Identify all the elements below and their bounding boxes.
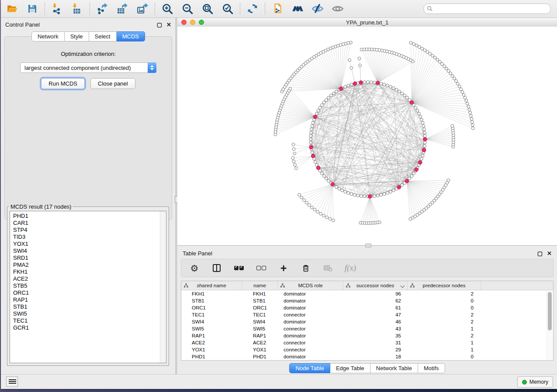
- export-network-icon[interactable]: [96, 3, 108, 15]
- column-header-name[interactable]: name: [242, 281, 278, 290]
- show-all-icon[interactable]: [332, 3, 344, 15]
- float-table-panel-icon[interactable]: ▢: [537, 251, 543, 256]
- list-item[interactable]: TEC1: [13, 317, 166, 324]
- list-item[interactable]: TID3: [13, 234, 166, 241]
- search-input[interactable]: [423, 3, 551, 14]
- network-from-selection-icon[interactable]: [271, 3, 284, 15]
- memory-button[interactable]: Memory: [517, 376, 553, 388]
- list-item[interactable]: STP4: [13, 227, 166, 234]
- table-row[interactable]: ORC1ORC1dominator610: [181, 304, 553, 311]
- window-close-icon[interactable]: [181, 20, 187, 25]
- hide-selected-icon[interactable]: [311, 3, 324, 15]
- network-canvas[interactable]: [177, 27, 557, 245]
- table-cell: 47: [343, 311, 408, 318]
- table-cell: SWI5: [181, 325, 242, 332]
- list-item[interactable]: SRD1: [13, 254, 166, 261]
- tab-edge-table[interactable]: Edge Table: [330, 363, 370, 373]
- window-minimize-icon[interactable]: [190, 20, 195, 25]
- criterion-dropdown-value: largest connected component (undirected): [24, 65, 131, 71]
- table-cell: PHD1: [181, 353, 242, 360]
- table-toolbar: ⚙ + f(x): [181, 259, 554, 277]
- network-graph[interactable]: [177, 27, 557, 244]
- horizontal-splitter-grip[interactable]: [365, 244, 371, 248]
- column-header-predecessor-nodes[interactable]: predecessor nodes: [408, 281, 481, 290]
- network-window-title: YPA_prune.txt_1: [177, 19, 557, 26]
- list-item[interactable]: ORC1: [13, 289, 166, 296]
- float-panel-icon[interactable]: ▢: [157, 22, 162, 28]
- column-header-shared-name[interactable]: shared name: [181, 281, 242, 290]
- tab-network-table[interactable]: Network Table: [370, 363, 418, 373]
- column-header-successor-nodes[interactable]: successor nodes: [343, 281, 408, 290]
- table-cell: 96: [343, 290, 408, 297]
- table-scrollbar[interactable]: [547, 290, 553, 360]
- mcds-result-scrollbar[interactable]: [160, 211, 166, 363]
- task-history-button[interactable]: [6, 376, 18, 387]
- table-cell: RAP1: [181, 332, 242, 339]
- tab-motifs[interactable]: Motifs: [418, 363, 445, 373]
- close-panel-button[interactable]: Close panel: [90, 78, 135, 89]
- save-session-icon[interactable]: [26, 3, 38, 15]
- list-item[interactable]: PMA2: [13, 261, 166, 268]
- list-item[interactable]: SWI5: [13, 310, 166, 317]
- tab-mcds[interactable]: MCDS: [117, 31, 145, 41]
- export-table-icon[interactable]: [116, 3, 128, 15]
- table-row[interactable]: ACE2ACE2connector311: [181, 339, 553, 346]
- zoom-out-icon[interactable]: [181, 3, 194, 15]
- close-panel-icon[interactable]: ✕: [166, 22, 171, 28]
- criterion-dropdown[interactable]: largest connected component (undirected): [20, 62, 156, 73]
- table-cell: 0: [408, 297, 481, 304]
- select-all-icon[interactable]: [234, 263, 244, 273]
- list-item[interactable]: YOX1: [13, 241, 166, 248]
- table-cell: ACE2: [242, 339, 278, 346]
- window-maximize-icon[interactable]: [199, 20, 204, 25]
- table-cell: RAP1: [242, 332, 278, 339]
- table-row[interactable]: FKH1FKH1dominator962: [181, 290, 553, 297]
- import-network-icon[interactable]: [51, 3, 63, 15]
- table-row[interactable]: RAP1RAP1dominator352: [181, 332, 553, 339]
- list-item[interactable]: STB1: [13, 303, 166, 310]
- table-scrollbar-thumb[interactable]: [548, 292, 552, 330]
- first-neighbors-icon[interactable]: [291, 3, 304, 15]
- mcds-result-list[interactable]: PHD1CAR1STP4TID3YOX1SWI4SRD1PMA2FKH1ACE2…: [10, 211, 166, 363]
- refresh-icon[interactable]: [246, 3, 259, 15]
- tab-select[interactable]: Select: [89, 31, 117, 41]
- list-item[interactable]: STB5: [13, 282, 166, 289]
- tab-node-table[interactable]: Node Table: [289, 363, 330, 373]
- add-icon[interactable]: +: [278, 263, 289, 273]
- deselect-all-icon[interactable]: [256, 263, 266, 273]
- network-window-titlebar[interactable]: YPA_prune.txt_1: [177, 18, 557, 27]
- node-table: shared namenameMCDS rolesuccessor nodesp…: [181, 281, 554, 361]
- zoom-selected-icon[interactable]: [221, 3, 234, 15]
- table-cell: dominator: [278, 353, 343, 360]
- list-item[interactable]: ACE2: [13, 275, 166, 282]
- export-image-icon[interactable]: [136, 3, 149, 15]
- show-columns-icon[interactable]: [211, 263, 222, 273]
- table-settings-icon[interactable]: ⚙: [189, 263, 200, 273]
- tab-network[interactable]: Network: [31, 31, 65, 41]
- list-item[interactable]: GCR1: [13, 324, 166, 331]
- mcds-result-title: MCDS result (17 nodes): [9, 203, 73, 210]
- zoom-in-icon[interactable]: [161, 3, 173, 15]
- zoom-fit-icon[interactable]: [201, 3, 214, 15]
- tab-style[interactable]: Style: [65, 31, 89, 41]
- table-row[interactable]: STB1STB1dominator620: [181, 297, 553, 304]
- table-row[interactable]: SWI4SWI4dominator462: [181, 318, 553, 325]
- table-row[interactable]: YOX1YOX1connector291: [181, 346, 553, 353]
- list-item[interactable]: PHD1: [13, 213, 166, 220]
- list-item[interactable]: CAR1: [13, 220, 166, 227]
- table-cell: 62: [343, 297, 408, 304]
- table-row[interactable]: TEC1TEC1connector472: [181, 311, 553, 318]
- import-table-icon[interactable]: [71, 3, 83, 15]
- table-row[interactable]: SWI5SWI5connector431: [181, 325, 553, 332]
- table-cell: 2: [408, 332, 481, 339]
- list-item[interactable]: FKH1: [13, 268, 166, 275]
- table-row[interactable]: PHD1PHD1dominator180: [181, 353, 553, 360]
- delete-icon[interactable]: [301, 263, 311, 273]
- close-table-panel-icon[interactable]: ✕: [547, 251, 552, 256]
- list-item[interactable]: RAP1: [13, 296, 166, 303]
- list-item[interactable]: SWI4: [13, 248, 166, 254]
- run-mcds-button[interactable]: Run MCDS: [41, 78, 85, 89]
- table-cell: dominator: [278, 318, 343, 325]
- open-file-icon[interactable]: [6, 3, 18, 15]
- column-header-MCDS-role[interactable]: MCDS role: [278, 281, 343, 290]
